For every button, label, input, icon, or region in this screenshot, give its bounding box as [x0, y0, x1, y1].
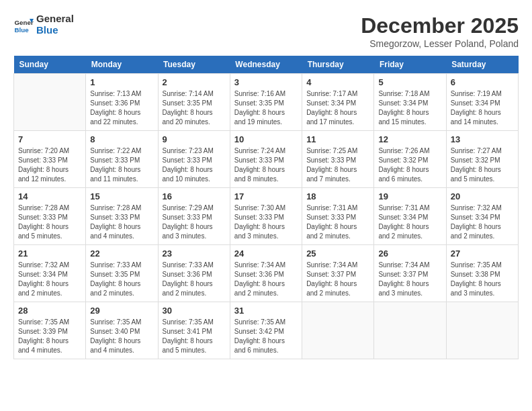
- day-cell: 17Sunrise: 7:30 AM Sunset: 3:33 PM Dayli…: [230, 188, 302, 245]
- day-number: 27: [451, 248, 514, 259]
- day-cell: [302, 302, 374, 359]
- day-number: 5: [378, 77, 441, 87]
- page-header: General Blue General Blue December 2025 …: [13, 13, 519, 49]
- day-info: Sunrise: 7:29 AM Sunset: 3:33 PM Dayligh…: [163, 203, 226, 241]
- day-cell: 21Sunrise: 7:32 AM Sunset: 3:34 PM Dayli…: [14, 245, 86, 302]
- day-cell: 5Sunrise: 7:18 AM Sunset: 3:34 PM Daylig…: [374, 74, 446, 131]
- day-number: 29: [90, 306, 153, 316]
- day-cell: 12Sunrise: 7:26 AM Sunset: 3:32 PM Dayli…: [374, 131, 446, 188]
- day-info: Sunrise: 7:35 AM Sunset: 3:40 PM Dayligh…: [90, 318, 153, 355]
- day-info: Sunrise: 7:32 AM Sunset: 3:34 PM Dayligh…: [451, 203, 514, 241]
- logo-blue: Blue: [36, 25, 74, 36]
- day-number: 1: [90, 77, 153, 87]
- day-info: Sunrise: 7:33 AM Sunset: 3:35 PM Dayligh…: [90, 261, 153, 298]
- logo: General Blue General Blue: [13, 13, 74, 36]
- day-info: Sunrise: 7:28 AM Sunset: 3:33 PM Dayligh…: [90, 203, 153, 241]
- day-number: 31: [234, 306, 298, 316]
- day-cell: 29Sunrise: 7:35 AM Sunset: 3:40 PM Dayli…: [86, 302, 158, 359]
- day-cell: 19Sunrise: 7:31 AM Sunset: 3:34 PM Dayli…: [374, 188, 446, 245]
- day-cell: 28Sunrise: 7:35 AM Sunset: 3:39 PM Dayli…: [14, 302, 86, 359]
- day-cell: 9Sunrise: 7:23 AM Sunset: 3:33 PM Daylig…: [158, 131, 230, 188]
- day-info: Sunrise: 7:34 AM Sunset: 3:37 PM Dayligh…: [378, 261, 441, 298]
- day-info: Sunrise: 7:34 AM Sunset: 3:36 PM Dayligh…: [234, 261, 298, 298]
- day-number: 4: [306, 77, 369, 87]
- day-info: Sunrise: 7:19 AM Sunset: 3:34 PM Dayligh…: [451, 89, 514, 127]
- day-number: 24: [234, 248, 298, 259]
- day-number: 17: [234, 191, 298, 201]
- day-number: 12: [378, 134, 441, 144]
- day-cell: 7Sunrise: 7:20 AM Sunset: 3:33 PM Daylig…: [14, 131, 86, 188]
- week-row-3: 14Sunrise: 7:28 AM Sunset: 3:33 PM Dayli…: [14, 188, 519, 245]
- day-cell: 16Sunrise: 7:29 AM Sunset: 3:33 PM Dayli…: [158, 188, 230, 245]
- day-info: Sunrise: 7:32 AM Sunset: 3:34 PM Dayligh…: [18, 261, 81, 298]
- col-header-monday: Monday: [86, 56, 158, 74]
- day-cell: [374, 302, 446, 359]
- day-info: Sunrise: 7:30 AM Sunset: 3:33 PM Dayligh…: [234, 203, 298, 241]
- day-number: 11: [306, 134, 369, 144]
- day-info: Sunrise: 7:31 AM Sunset: 3:34 PM Dayligh…: [378, 203, 441, 241]
- day-info: Sunrise: 7:33 AM Sunset: 3:36 PM Dayligh…: [163, 261, 226, 298]
- day-info: Sunrise: 7:23 AM Sunset: 3:33 PM Dayligh…: [163, 146, 226, 184]
- svg-text:Blue: Blue: [15, 26, 30, 33]
- day-cell: 18Sunrise: 7:31 AM Sunset: 3:33 PM Dayli…: [302, 188, 374, 245]
- day-cell: 13Sunrise: 7:27 AM Sunset: 3:32 PM Dayli…: [446, 131, 518, 188]
- day-info: Sunrise: 7:31 AM Sunset: 3:33 PM Dayligh…: [306, 203, 369, 241]
- day-cell: 8Sunrise: 7:22 AM Sunset: 3:33 PM Daylig…: [86, 131, 158, 188]
- day-number: 22: [90, 248, 153, 259]
- day-number: 30: [163, 306, 226, 316]
- day-info: Sunrise: 7:35 AM Sunset: 3:39 PM Dayligh…: [18, 318, 81, 355]
- day-number: 19: [378, 191, 441, 201]
- day-cell: 4Sunrise: 7:17 AM Sunset: 3:34 PM Daylig…: [302, 74, 374, 131]
- header-row: SundayMondayTuesdayWednesdayThursdayFrid…: [14, 56, 519, 74]
- day-number: 13: [451, 134, 514, 144]
- day-cell: 30Sunrise: 7:35 AM Sunset: 3:41 PM Dayli…: [158, 302, 230, 359]
- col-header-friday: Friday: [374, 56, 446, 74]
- day-cell: [14, 74, 86, 131]
- col-header-sunday: Sunday: [14, 56, 86, 74]
- day-cell: 10Sunrise: 7:24 AM Sunset: 3:33 PM Dayli…: [230, 131, 302, 188]
- day-info: Sunrise: 7:20 AM Sunset: 3:33 PM Dayligh…: [18, 146, 81, 184]
- day-cell: 31Sunrise: 7:35 AM Sunset: 3:42 PM Dayli…: [230, 302, 302, 359]
- day-cell: 20Sunrise: 7:32 AM Sunset: 3:34 PM Dayli…: [446, 188, 518, 245]
- day-cell: 1Sunrise: 7:13 AM Sunset: 3:36 PM Daylig…: [86, 74, 158, 131]
- day-number: 18: [306, 191, 369, 201]
- day-cell: 23Sunrise: 7:33 AM Sunset: 3:36 PM Dayli…: [158, 245, 230, 302]
- day-info: Sunrise: 7:28 AM Sunset: 3:33 PM Dayligh…: [18, 203, 81, 241]
- day-cell: 26Sunrise: 7:34 AM Sunset: 3:37 PM Dayli…: [374, 245, 446, 302]
- calendar-table: SundayMondayTuesdayWednesdayThursdayFrid…: [13, 56, 519, 359]
- day-info: Sunrise: 7:16 AM Sunset: 3:35 PM Dayligh…: [234, 89, 298, 127]
- day-info: Sunrise: 7:35 AM Sunset: 3:38 PM Dayligh…: [451, 261, 514, 298]
- day-cell: 15Sunrise: 7:28 AM Sunset: 3:33 PM Dayli…: [86, 188, 158, 245]
- col-header-saturday: Saturday: [446, 56, 518, 74]
- day-number: 26: [378, 248, 441, 259]
- day-info: Sunrise: 7:35 AM Sunset: 3:42 PM Dayligh…: [234, 318, 298, 355]
- week-row-2: 7Sunrise: 7:20 AM Sunset: 3:33 PM Daylig…: [14, 131, 519, 188]
- location-subtitle: Smegorzow, Lesser Poland, Poland: [361, 38, 519, 49]
- day-info: Sunrise: 7:25 AM Sunset: 3:33 PM Dayligh…: [306, 146, 369, 184]
- day-number: 25: [306, 248, 369, 259]
- col-header-wednesday: Wednesday: [230, 56, 302, 74]
- day-number: 2: [163, 77, 226, 87]
- col-header-thursday: Thursday: [302, 56, 374, 74]
- day-cell: 2Sunrise: 7:14 AM Sunset: 3:35 PM Daylig…: [158, 74, 230, 131]
- day-cell: 3Sunrise: 7:16 AM Sunset: 3:35 PM Daylig…: [230, 74, 302, 131]
- day-cell: 6Sunrise: 7:19 AM Sunset: 3:34 PM Daylig…: [446, 74, 518, 131]
- day-info: Sunrise: 7:22 AM Sunset: 3:33 PM Dayligh…: [90, 146, 153, 184]
- day-cell: 24Sunrise: 7:34 AM Sunset: 3:36 PM Dayli…: [230, 245, 302, 302]
- day-number: 3: [234, 77, 298, 87]
- day-number: 6: [451, 77, 514, 87]
- day-number: 23: [163, 248, 226, 259]
- week-row-4: 21Sunrise: 7:32 AM Sunset: 3:34 PM Dayli…: [14, 245, 519, 302]
- day-number: 20: [451, 191, 514, 201]
- month-title: December 2025: [361, 13, 519, 38]
- day-number: 7: [18, 134, 81, 144]
- day-cell: 11Sunrise: 7:25 AM Sunset: 3:33 PM Dayli…: [302, 131, 374, 188]
- day-number: 16: [163, 191, 226, 201]
- day-number: 15: [90, 191, 153, 201]
- logo-general: General: [36, 13, 74, 25]
- day-number: 21: [18, 248, 81, 259]
- day-number: 8: [90, 134, 153, 144]
- week-row-5: 28Sunrise: 7:35 AM Sunset: 3:39 PM Dayli…: [14, 302, 519, 359]
- day-number: 14: [18, 191, 81, 201]
- day-cell: 22Sunrise: 7:33 AM Sunset: 3:35 PM Dayli…: [86, 245, 158, 302]
